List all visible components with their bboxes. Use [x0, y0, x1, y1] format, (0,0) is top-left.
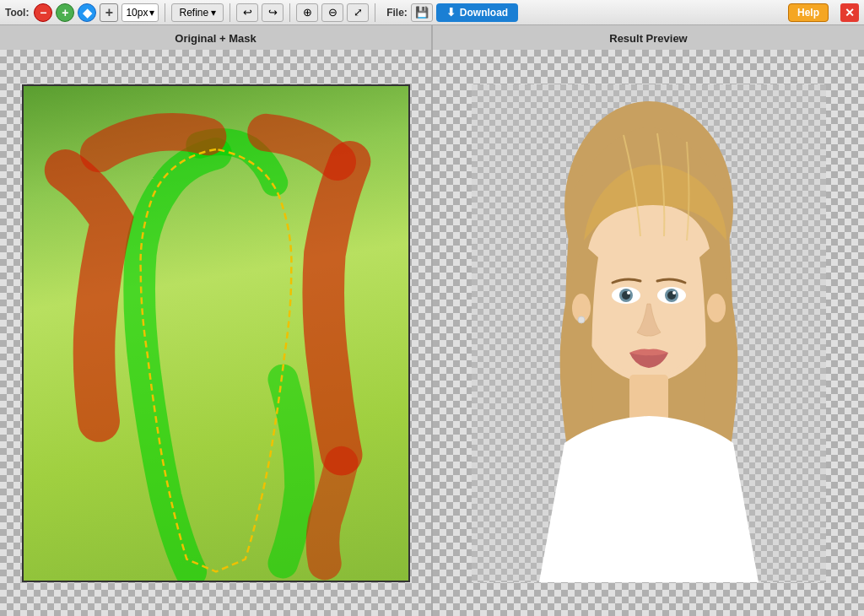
divider-1 [165, 3, 165, 22]
chevron-down-icon-refine: ▾ [211, 7, 216, 19]
refine-button[interactable]: Refine ▾ [171, 3, 224, 22]
right-portrait-svg [472, 84, 826, 582]
refine-label: Refine [179, 7, 208, 19]
right-photo[interactable] [472, 84, 826, 582]
close-button[interactable]: ✕ [840, 3, 859, 22]
divider-4 [375, 3, 375, 22]
add-tool-button[interactable]: + [56, 3, 74, 22]
left-photo[interactable] [22, 84, 410, 582]
plus-button[interactable]: + [100, 3, 118, 22]
redo-button[interactable]: ↪ [262, 3, 284, 22]
right-panel-title: Result Preview [609, 25, 688, 50]
erase-tool-button[interactable]: − [34, 3, 52, 22]
chevron-down-icon: ▾ [149, 7, 154, 19]
divider-2 [230, 3, 230, 22]
download-button[interactable]: ⬇ Download [436, 3, 518, 22]
left-canvas[interactable] [0, 50, 431, 616]
brush-size-select[interactable]: 10px ▾ [122, 3, 159, 22]
auto-tool-button[interactable]: ◆ [78, 3, 96, 22]
right-panel: Result Preview [433, 25, 864, 616]
zoom-out-button[interactable]: ⊖ [321, 3, 343, 22]
tool-label: Tool: [5, 7, 29, 19]
left-panel: Original + Mask [0, 25, 431, 616]
size-value: 10px [126, 7, 148, 19]
fullscreen-button[interactable]: ⤢ [347, 3, 369, 22]
download-label: Download [460, 7, 508, 19]
svg-point-26 [578, 316, 585, 323]
svg-point-23 [672, 291, 676, 294]
svg-point-22 [627, 291, 630, 294]
help-button[interactable]: Help [788, 3, 829, 22]
toolbar: Tool: − + ◆ + 10px ▾ Refine ▾ ↩ ↪ ⊕ ⊖ ⤢ … [0, 0, 864, 25]
left-panel-title: Original + Mask [175, 25, 256, 50]
left-photo-container[interactable] [22, 84, 410, 582]
file-label: File: [386, 7, 408, 19]
svg-point-25 [707, 294, 726, 322]
zoom-in-button[interactable]: ⊕ [296, 3, 318, 22]
download-icon: ⬇ [446, 6, 456, 19]
save-button[interactable]: 💾 [411, 3, 433, 22]
main-area: Original + Mask [0, 25, 864, 616]
divider-3 [289, 3, 290, 22]
undo-button[interactable]: ↩ [236, 3, 258, 22]
right-canvas[interactable] [433, 50, 864, 616]
right-photo-container[interactable] [472, 84, 826, 582]
